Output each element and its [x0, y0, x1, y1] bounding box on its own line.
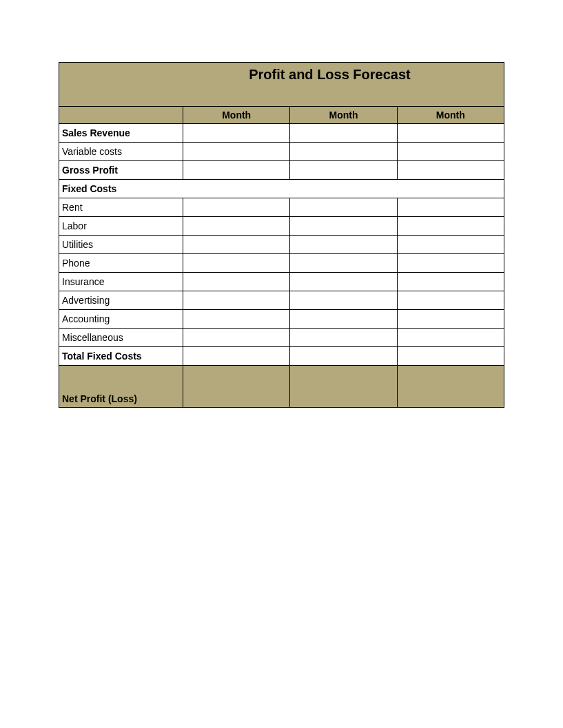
cell-labor-m2[interactable]: [290, 217, 397, 235]
label-accounting: Accounting: [59, 310, 183, 328]
cell-net-profit-m2[interactable]: [290, 366, 397, 407]
cell-insurance-m2[interactable]: [290, 273, 397, 291]
cell-variable-costs-m1[interactable]: [183, 143, 290, 160]
cell-rent-m2[interactable]: [290, 198, 397, 216]
label-utilities: Utilities: [59, 236, 183, 253]
cell-advertising-m3[interactable]: [398, 291, 504, 309]
cell-rent-m3[interactable]: [398, 198, 504, 216]
label-fixed-costs: Fixed Costs: [59, 180, 504, 198]
cell-utilities-m3[interactable]: [398, 236, 504, 253]
label-net-profit: Net Profit (Loss): [59, 366, 183, 407]
row-utilities: Utilities: [59, 236, 504, 254]
row-advertising: Advertising: [59, 291, 504, 310]
row-gross-profit: Gross Profit: [59, 161, 504, 180]
cell-gross-profit-m2[interactable]: [290, 161, 397, 179]
label-sales-revenue: Sales Revenue: [59, 124, 183, 142]
header-label-cell: [59, 107, 183, 123]
title-bar: Profit and Loss Forecast: [59, 63, 504, 107]
cell-sales-revenue-m3[interactable]: [398, 124, 504, 142]
cell-accounting-m2[interactable]: [290, 310, 397, 328]
row-phone: Phone: [59, 254, 504, 273]
forecast-table: Profit and Loss Forecast Month Month Mon…: [59, 62, 504, 408]
cell-total-fixed-costs-m1[interactable]: [183, 347, 290, 365]
row-fixed-costs-header: Fixed Costs: [59, 180, 504, 198]
cell-miscellaneous-m1[interactable]: [183, 329, 290, 346]
cell-net-profit-m3[interactable]: [398, 366, 504, 407]
row-miscellaneous: Miscellaneous: [59, 329, 504, 347]
label-miscellaneous: Miscellaneous: [59, 329, 183, 346]
cell-gross-profit-m3[interactable]: [398, 161, 504, 179]
row-rent: Rent: [59, 198, 504, 217]
label-insurance: Insurance: [59, 273, 183, 291]
cell-net-profit-m1[interactable]: [183, 366, 290, 407]
label-rent: Rent: [59, 198, 183, 216]
cell-accounting-m3[interactable]: [398, 310, 504, 328]
cell-insurance-m3[interactable]: [398, 273, 504, 291]
cell-utilities-m1[interactable]: [183, 236, 290, 253]
cell-variable-costs-m2[interactable]: [290, 143, 397, 160]
cell-utilities-m2[interactable]: [290, 236, 397, 253]
row-labor: Labor: [59, 217, 504, 236]
header-row: Month Month Month: [59, 107, 504, 124]
label-phone: Phone: [59, 254, 183, 272]
row-accounting: Accounting: [59, 310, 504, 329]
cell-gross-profit-m1[interactable]: [183, 161, 290, 179]
cell-labor-m3[interactable]: [398, 217, 504, 235]
cell-miscellaneous-m2[interactable]: [290, 329, 397, 346]
header-month1: Month: [183, 107, 290, 123]
row-sales-revenue: Sales Revenue: [59, 124, 504, 143]
cell-insurance-m1[interactable]: [183, 273, 290, 291]
row-net-profit: Net Profit (Loss): [59, 366, 504, 407]
header-month3: Month: [398, 107, 504, 123]
cell-phone-m1[interactable]: [183, 254, 290, 272]
label-gross-profit: Gross Profit: [59, 161, 183, 179]
cell-advertising-m2[interactable]: [290, 291, 397, 309]
header-month2: Month: [290, 107, 397, 123]
cell-rent-m1[interactable]: [183, 198, 290, 216]
page-title: Profit and Loss Forecast: [59, 67, 504, 83]
cell-total-fixed-costs-m3[interactable]: [398, 347, 504, 365]
label-total-fixed-costs: Total Fixed Costs: [59, 347, 183, 365]
cell-variable-costs-m3[interactable]: [398, 143, 504, 160]
cell-advertising-m1[interactable]: [183, 291, 290, 309]
cell-phone-m3[interactable]: [398, 254, 504, 272]
cell-total-fixed-costs-m2[interactable]: [290, 347, 397, 365]
cell-labor-m1[interactable]: [183, 217, 290, 235]
cell-miscellaneous-m3[interactable]: [398, 329, 504, 346]
label-labor: Labor: [59, 217, 183, 235]
cell-accounting-m1[interactable]: [183, 310, 290, 328]
cell-phone-m2[interactable]: [290, 254, 397, 272]
cell-sales-revenue-m1[interactable]: [183, 124, 290, 142]
label-advertising: Advertising: [59, 291, 183, 309]
label-variable-costs: Variable costs: [59, 143, 183, 160]
row-total-fixed-costs: Total Fixed Costs: [59, 347, 504, 366]
cell-sales-revenue-m2[interactable]: [290, 124, 397, 142]
row-variable-costs: Variable costs: [59, 143, 504, 161]
row-insurance: Insurance: [59, 273, 504, 291]
